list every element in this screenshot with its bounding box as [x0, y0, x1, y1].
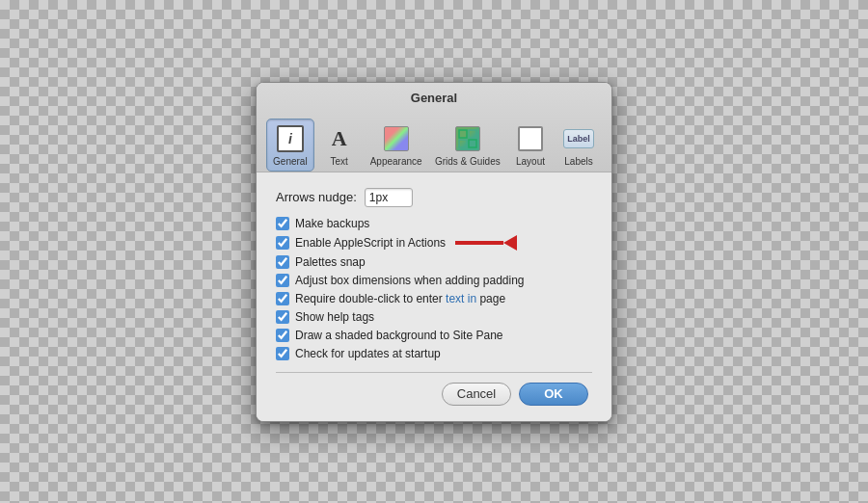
- arrow-indicator: [455, 235, 517, 251]
- general-dialog: General General A Text Appearance: [256, 82, 612, 422]
- general-icon-shape: [277, 125, 304, 152]
- dialog-title: General: [257, 91, 611, 113]
- svg-rect-1: [469, 130, 476, 138]
- check-updates-row: Check for updates at startup: [276, 347, 592, 360]
- draw-shaded-label: Draw a shaded background to Site Pane: [295, 329, 502, 342]
- make-backups-label: Make backups: [295, 217, 369, 230]
- labels-icon: Label: [563, 123, 594, 154]
- show-help-tags-checkbox[interactable]: [276, 310, 289, 324]
- show-help-tags-label: Show help tags: [295, 310, 374, 324]
- draw-shaded-checkbox[interactable]: [276, 329, 289, 342]
- palettes-snap-row: Palettes snap: [276, 255, 592, 269]
- draw-shaded-row: Draw a shaded background to Site Pane: [276, 329, 592, 342]
- toolbar-item-appearance[interactable]: Appearance: [365, 119, 428, 172]
- toolbar-item-layout[interactable]: Layout: [507, 119, 554, 172]
- divider: [276, 372, 592, 373]
- svg-rect-3: [469, 140, 476, 147]
- arrows-nudge-row: Arrows nudge:: [276, 188, 592, 207]
- palettes-snap-label: Palettes snap: [295, 255, 366, 269]
- grids-icon: [452, 123, 483, 154]
- check-updates-checkbox[interactable]: [276, 347, 289, 360]
- arrow-head: [503, 235, 517, 251]
- arrows-nudge-label: Arrows nudge:: [276, 190, 357, 204]
- appearance-icon: [381, 123, 412, 154]
- make-backups-checkbox[interactable]: [276, 217, 289, 230]
- toolbar-item-labels[interactable]: Label Labels: [556, 119, 602, 172]
- button-row: Cancel OK: [276, 383, 592, 410]
- svg-rect-2: [459, 140, 467, 147]
- enable-applescript-checkbox[interactable]: [276, 236, 289, 250]
- toolbar-label-layout: Layout: [516, 156, 545, 167]
- check-updates-label: Check for updates at startup: [295, 347, 441, 360]
- enable-applescript-row: Enable AppleScript in Actions: [276, 235, 592, 251]
- adjust-box-checkbox[interactable]: [276, 274, 289, 287]
- toolbar-label-grids: Grids & Guides: [435, 156, 501, 167]
- toolbar-label-text: Text: [330, 156, 347, 167]
- text-icon: A: [324, 123, 355, 154]
- layout-icon: [515, 123, 546, 154]
- adjust-box-label: Adjust box dimensions when adding paddin…: [295, 274, 525, 287]
- palettes-snap-checkbox[interactable]: [276, 255, 289, 269]
- toolbar-label-labels: Labels: [564, 156, 592, 167]
- show-help-tags-row: Show help tags: [276, 310, 592, 324]
- arrow-shaft: [455, 241, 503, 245]
- ok-button[interactable]: OK: [519, 383, 588, 406]
- require-double-click-row: Require double-click to enter text in pa…: [276, 292, 592, 305]
- toolbar-label-general: General: [273, 156, 308, 167]
- general-icon: [275, 123, 306, 154]
- toolbar-label-appearance: Appearance: [370, 156, 422, 167]
- arrows-nudge-input[interactable]: [365, 188, 413, 207]
- make-backups-row: Make backups: [276, 217, 592, 230]
- require-double-click-checkbox[interactable]: [276, 292, 289, 305]
- toolbar-item-general[interactable]: General: [266, 119, 314, 172]
- require-double-click-label: Require double-click to enter text in pa…: [295, 292, 505, 305]
- cancel-button[interactable]: Cancel: [442, 383, 511, 406]
- content-area: Arrows nudge: Make backups Enable AppleS…: [257, 172, 611, 421]
- title-bar: General General A Text Appearance: [257, 83, 611, 172]
- adjust-box-row: Adjust box dimensions when adding paddin…: [276, 274, 592, 287]
- toolbar: General A Text Appearance: [257, 113, 611, 172]
- svg-rect-0: [459, 130, 467, 138]
- enable-applescript-label: Enable AppleScript in Actions: [295, 236, 446, 250]
- toolbar-item-grids-guides[interactable]: Grids & Guides: [430, 119, 505, 172]
- toolbar-item-text[interactable]: A Text: [316, 119, 363, 172]
